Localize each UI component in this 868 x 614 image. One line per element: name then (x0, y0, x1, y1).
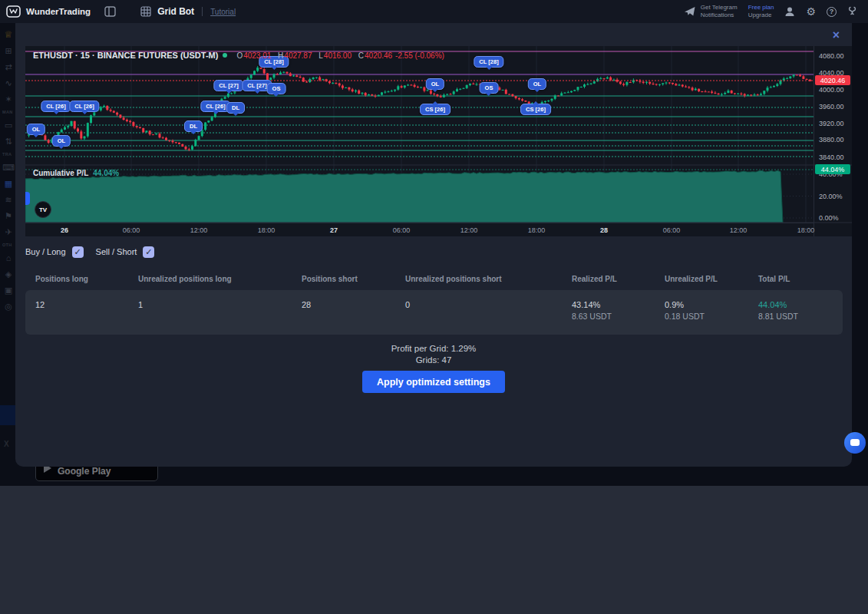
time-axis-label: 18:00 (797, 226, 815, 234)
ohlc-values: O4023.01 H4027.87 L4016.00 C4020.46 -2.5… (232, 51, 444, 60)
profit-per-grid-text: Profit per Grid: 1.29% (15, 343, 852, 355)
upgrade-link[interactable]: Upgrade (748, 12, 774, 19)
col-header-positions-short: Positions short (302, 275, 405, 283)
axis-label: 3960.00 (819, 103, 844, 111)
telegram-line2: Notifications (701, 12, 738, 19)
symbol-title[interactable]: ETHUSDT · 15 · BINANCE FUTURES (USDT-M) (33, 51, 218, 60)
time-axis-label: 12:00 (190, 226, 208, 234)
position-filters: Buy / Long ✓ Sell / Short ✓ (25, 244, 154, 259)
account-icon[interactable] (784, 6, 795, 17)
backtest-results-modal: × OLCL [26]OLCL [26]DLCL [26]CL [27]DLCL… (15, 23, 852, 467)
position-marker-ol[interactable]: OL (27, 124, 45, 135)
cell-unrealized-short: 0 (405, 300, 572, 335)
position-marker-dl[interactable]: DL (226, 102, 245, 114)
close-icon[interactable]: × (833, 29, 840, 41)
price-axis[interactable]: 4080.004040.004000.003960.003920.003880.… (814, 46, 852, 236)
position-marker-os[interactable]: OS (480, 82, 499, 94)
position-markers-layer: OLCL [26]OLCL [26]DLCL [26]CL [27]DLCL [… (25, 46, 814, 223)
pane-handle[interactable] (25, 192, 30, 205)
time-axis-label: 28 (600, 226, 608, 234)
col-header-unrealized-pl: Unrealized P/L (665, 275, 758, 283)
cumulative-pl-badge: 44.04% (815, 164, 850, 174)
telegram-icon[interactable] (684, 6, 696, 17)
telegram-line1: Get Telegram (701, 4, 738, 12)
tradingview-logo-icon[interactable]: TV (35, 201, 51, 218)
time-axis-label: 06:00 (393, 226, 411, 234)
chart-legend: ETHUSDT · 15 · BINANCE FUTURES (USDT-M) … (33, 51, 444, 60)
col-header-unrealized-short: Unrealized positions short (405, 275, 572, 283)
cell-unrealized-long: 1 (138, 300, 302, 335)
time-axis-label: 12:00 (730, 226, 748, 234)
help-icon[interactable]: ? (827, 7, 837, 17)
sidebar-toggle-icon[interactable] (104, 6, 116, 17)
cell-unrealized-pl: 0.9%0.18 USDT (665, 300, 758, 335)
position-marker-ol[interactable]: OL (426, 78, 444, 90)
position-marker-os[interactable]: OS (267, 83, 286, 94)
cell-positions-long: 12 (35, 300, 138, 335)
page-title: Grid Bot (157, 6, 194, 17)
time-axis-label: 06:00 (123, 226, 140, 234)
buy-long-checkbox[interactable]: ✓ (72, 246, 84, 258)
axis-label: 3880.00 (819, 136, 844, 144)
cumulative-pl-value: 44.04% (93, 169, 119, 177)
time-axis-label: 06:00 (663, 226, 681, 234)
sell-short-checkbox[interactable]: ✓ (143, 246, 154, 258)
last-price-badge: 4020.46 (815, 75, 850, 85)
settings-gear-icon[interactable]: ⚙ (806, 6, 816, 17)
col-header-positions-long: Positions long (35, 275, 138, 283)
cell-positions-short: 28 (302, 300, 405, 335)
position-marker-cl-26[interactable]: CL [26] (69, 101, 99, 112)
telegram-notifications-label[interactable]: Get Telegram Notifications (701, 4, 738, 18)
position-marker-cs-26[interactable]: CS [26] (420, 104, 451, 115)
axis-label: 4000.00 (819, 86, 844, 94)
market-status-icon (223, 53, 227, 58)
time-axis-label: 27 (330, 226, 338, 234)
grids-count-text: Grids: 47 (15, 355, 852, 366)
position-marker-cl-27[interactable]: CL [27] (213, 80, 243, 91)
axis-label: 3840.00 (819, 154, 844, 161)
col-header-unrealized-long: Unrealized positions long (138, 275, 302, 283)
topbar: WunderTrading Grid Bot Tutorial Get Tele… (0, 0, 868, 23)
api-streams-icon[interactable] (847, 6, 857, 17)
brand-name: WunderTrading (26, 7, 91, 16)
cumulative-pl-legend: Cumulative P/L44.04% (33, 169, 119, 177)
axis-label: 0.00% (819, 214, 839, 222)
plan-upgrade[interactable]: Free plan Upgrade (748, 4, 774, 19)
filter-label-sell-short: Sell / Short (96, 247, 137, 256)
optimization-summary: Profit per Grid: 1.29% Grids: 47 (15, 343, 852, 366)
position-marker-cl-26[interactable]: CL [26] (41, 101, 71, 112)
grid-bot-icon (140, 6, 151, 17)
support-chat-button[interactable] (844, 432, 866, 454)
time-axis-label: 18:00 (528, 226, 546, 234)
col-header-realized-pl: Realized P/L (572, 275, 665, 283)
axis-label: 20.00% (819, 193, 843, 200)
cell-realized-pl: 43.14%8.63 USDT (572, 300, 665, 335)
position-marker-cs-26[interactable]: CS [26] (520, 104, 551, 115)
divider (202, 7, 203, 16)
tradingview-chart[interactable]: OLCL [26]OLCL [26]DLCL [26]CL [27]DLCL [… (25, 46, 852, 236)
position-marker-dl[interactable]: DL (184, 120, 203, 132)
col-header-total-pl: Total P/L (758, 275, 843, 283)
axis-label: 3920.00 (819, 120, 844, 127)
plan-badge: Free plan (748, 4, 774, 12)
time-axis-label: 12:00 (460, 226, 478, 234)
time-axis-label: 26 (61, 226, 68, 234)
time-axis-label: 18:00 (258, 226, 276, 234)
position-marker-ol[interactable]: OL (52, 135, 71, 147)
apply-optimized-settings-button[interactable]: Apply optimized settings (362, 371, 505, 393)
position-marker-cl-28[interactable]: CL [28] (474, 56, 503, 68)
app-background: ♕⊞⇄∿✶MAN▭⇅TRA⌨▦≋⚑✈OTH⌂◈▣◎ X GET IT ON Go… (0, 23, 868, 486)
table-row: 12 1 28 0 43.14%8.63 USDT 0.9%0.18 USDT … (25, 290, 843, 335)
wundertrading-logo-icon[interactable] (6, 5, 21, 18)
position-marker-ol[interactable]: OL (528, 78, 546, 90)
cell-total-pl: 44.04%8.81 USDT (758, 300, 843, 335)
axis-label: 4080.00 (819, 52, 844, 60)
filter-label-buy-long: Buy / Long (25, 247, 66, 256)
cumulative-pl-title: Cumulative P/L (33, 169, 88, 177)
tutorial-link[interactable]: Tutorial (210, 8, 236, 16)
table-header-row: Positions long Unrealized positions long… (25, 267, 843, 290)
time-axis[interactable]: 2606:0012:0018:002706:0012:0018:002806:0… (25, 223, 814, 236)
positions-table: Positions long Unrealized positions long… (25, 267, 843, 335)
